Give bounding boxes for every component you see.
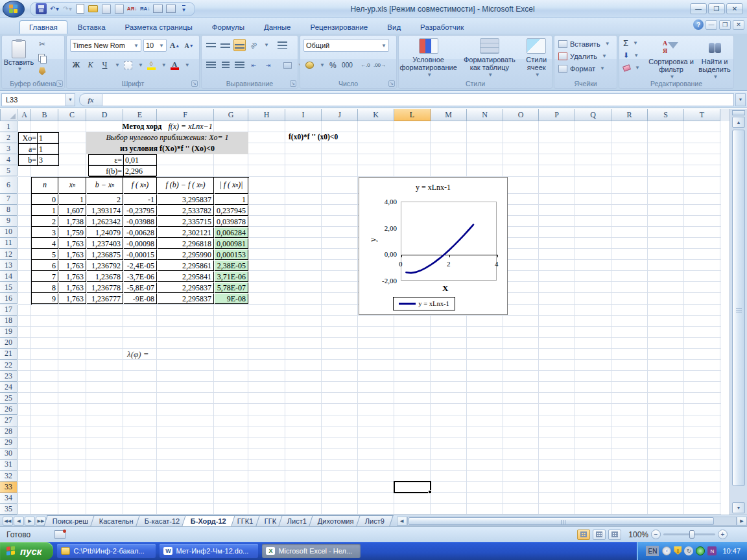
zoom-slider[interactable] [663,533,715,535]
cell[interactable]: -0,23795 [124,205,157,216]
cell[interactable]: 2 [87,194,123,205]
tab-formulas[interactable]: Формулы [203,21,254,34]
scroll-up-icon[interactable]: ▲ [732,117,745,128]
select-all-corner[interactable] [0,109,18,121]
row-header-26[interactable]: 26 [0,404,18,415]
column-header-S[interactable]: S [648,109,684,121]
dialog-launcher-icon[interactable]: ↘ [191,80,198,87]
param-value[interactable]: 3 [38,155,58,166]
cell[interactable]: 0 [32,194,58,205]
formula-bar-expand-icon[interactable]: ▼ [735,93,746,106]
cell[interactable]: 1,763 [59,294,86,304]
row-header-18[interactable]: 18 [0,316,18,327]
name-box[interactable]: L33 [1,93,66,106]
row-header-22[interactable]: 22 [0,360,18,371]
qat-more-icon[interactable] [178,3,189,14]
sheet-tab-1[interactable]: Касательн [90,515,142,526]
align-right-icon[interactable] [233,59,246,71]
column-header-J[interactable]: J [322,109,358,121]
align-top-icon[interactable] [205,39,217,51]
column-header-K[interactable]: K [358,109,394,121]
column-header-E[interactable]: E [123,109,157,121]
customize-icon[interactable] [165,3,176,14]
cell[interactable]: 9E-08 [215,294,248,304]
row-header-15[interactable]: 15 [0,282,18,293]
row-header-32[interactable]: 32 [0,471,18,482]
row-header-20[interactable]: 20 [0,338,18,349]
cell[interactable]: -0,03988 [124,216,157,227]
tab-review[interactable]: Рецензирование [301,21,377,34]
row-header-28[interactable]: 28 [0,426,18,438]
scroll-left-icon[interactable]: ◀ [397,517,407,526]
cell[interactable]: 1,763 [59,261,86,271]
cell[interactable]: 0,039878 [215,216,248,227]
redo-icon[interactable] [62,3,73,14]
column-header-I[interactable]: I [285,109,322,121]
cell[interactable]: 1,759 [59,228,86,238]
tab-data[interactable]: Данные [255,21,300,34]
sort-desc-icon[interactable] [139,3,150,14]
row-header-2[interactable]: 2 [0,132,18,143]
workbook-restore-button[interactable]: ❒ [719,20,731,30]
new-icon[interactable] [75,3,86,14]
open-icon[interactable] [88,3,99,14]
row-header-12[interactable]: 12 [0,249,18,260]
minimize-button[interactable]: — [690,3,707,14]
fill-button[interactable]: ⬇▼ [623,49,640,62]
format-cells-button[interactable]: Формат▼ [554,62,617,75]
align-left-icon[interactable] [205,59,217,71]
cell[interactable]: -0,00015 [124,250,157,260]
cell[interactable]: 7 [32,272,58,282]
tab-developer[interactable]: Разработчик [411,21,473,34]
cell[interactable]: 2,335715 [158,216,214,227]
format-as-table-button[interactable]: Форматировать как таблицу▼ [458,36,521,79]
find-select-button[interactable]: Найти и выделить▼ [696,37,733,81]
cell[interactable]: 2,295837 [158,283,214,293]
cell[interactable]: 2,296818 [158,239,214,249]
column-header-D[interactable]: D [86,109,123,121]
insert-cells-button[interactable]: Вставить▼ [554,38,617,50]
number-format-select[interactable]: Общий▼ [303,39,389,52]
cell[interactable]: -9E-08 [124,294,157,304]
cell[interactable]: 3,295837 [158,194,214,205]
cell[interactable]: 2,38E-05 [215,261,248,271]
align-center-icon[interactable] [219,59,231,71]
macro-record-icon[interactable] [54,530,65,539]
row-header-14[interactable]: 14 [0,271,18,282]
prev-sheet-icon[interactable]: ◀ [14,517,24,526]
row-header-5[interactable]: 5 [0,165,18,176]
eye-icon[interactable] [696,546,705,555]
zoom-in-icon[interactable]: + [718,530,728,539]
taskbar-task-0[interactable]: C:\Ptb\Инф-2-бакал... [57,544,156,558]
param-value[interactable]: 1 [38,133,58,144]
param-value[interactable]: 1 [38,144,58,155]
cell[interactable]: 0,000981 [215,239,248,249]
dialog-launcher-icon[interactable]: ↘ [388,80,395,87]
cell[interactable]: -5,8E-07 [124,283,157,293]
cell[interactable]: 1,236778 [87,283,123,293]
note-icon[interactable]: N [707,546,717,555]
row-header-33[interactable]: 33 [0,482,18,493]
horizontal-scroll-thumb[interactable] [409,517,714,525]
sync-icon[interactable]: ↻ [684,546,693,555]
cell[interactable]: 1,763 [59,239,86,249]
align-bottom-icon[interactable] [233,39,246,51]
taskbar-task-2[interactable]: XMicrosoft Excel - Нел... [262,544,361,558]
row-header-29[interactable]: 29 [0,438,18,449]
cell[interactable]: 1 [59,194,86,205]
conditional-formatting-button[interactable]: Условное форматирование▼ [399,36,458,79]
cell[interactable]: 2,295990 [158,250,214,260]
currency-icon[interactable] [303,59,316,71]
cell[interactable]: 0,237945 [215,205,248,216]
cell[interactable]: 1,607 [59,205,86,216]
cell[interactable]: 2,533782 [158,205,214,216]
font-color-button[interactable]: А [169,59,181,71]
cell[interactable]: 3 [32,228,58,238]
row-header-34[interactable]: 34 [0,493,18,504]
sheet-tab-7[interactable]: Дихотомия [309,515,362,526]
column-header-P[interactable]: P [539,109,575,121]
sort-asc-icon[interactable] [126,3,137,14]
insert-cells-icon[interactable] [101,3,112,14]
column-header-C[interactable]: C [58,109,86,121]
percent-icon[interactable]: % [327,59,339,71]
